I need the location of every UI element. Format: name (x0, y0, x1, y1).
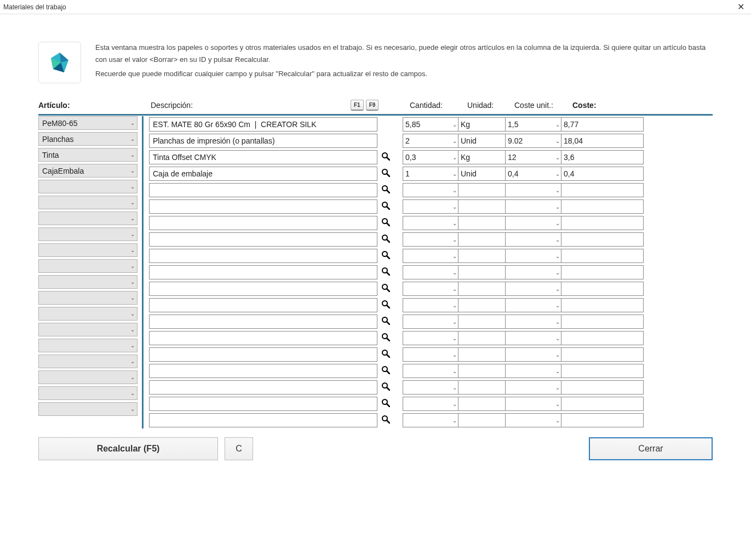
articulo-dropdown[interactable]: ⌄ (38, 275, 137, 289)
search-icon[interactable] (380, 382, 392, 393)
descripcion-input[interactable] (149, 167, 377, 181)
coste-unit-dropdown[interactable]: ⌄ (506, 232, 561, 247)
cantidad-dropdown[interactable]: ⌄ (403, 331, 458, 345)
search-icon[interactable] (380, 218, 392, 228)
unidad-input[interactable] (458, 298, 506, 312)
cantidad-dropdown[interactable]: ⌄ (403, 380, 458, 395)
coste-unit-dropdown[interactable]: ⌄ (506, 265, 561, 279)
descripcion-input[interactable] (149, 347, 377, 362)
articulo-dropdown[interactable]: ⌄ (38, 402, 137, 416)
descripcion-input[interactable] (149, 380, 377, 395)
cantidad-dropdown[interactable]: 0,3⌄ (403, 150, 458, 164)
cantidad-dropdown[interactable]: 2⌄ (403, 134, 458, 148)
f9-key[interactable]: F9 (366, 100, 379, 111)
articulo-dropdown[interactable]: ⌄ (38, 339, 137, 352)
cerrar-button[interactable]: Cerrar (589, 437, 713, 460)
articulo-dropdown[interactable]: Tinta⌄ (38, 148, 137, 162)
coste-input[interactable] (561, 265, 644, 279)
unidad-input[interactable] (458, 216, 506, 230)
coste-input[interactable] (561, 249, 644, 263)
articulo-dropdown[interactable]: ⌄ (38, 227, 137, 241)
search-icon[interactable] (380, 250, 392, 261)
coste-unit-dropdown[interactable]: ⌄ (506, 249, 561, 263)
coste-input[interactable] (561, 397, 644, 411)
coste-input[interactable] (561, 380, 644, 395)
search-icon[interactable] (380, 168, 392, 179)
descripcion-input[interactable] (149, 199, 377, 214)
unidad-input[interactable] (458, 282, 506, 296)
coste-unit-dropdown[interactable]: ⌄ (506, 347, 561, 362)
descripcion-input[interactable] (149, 282, 377, 296)
coste-input[interactable] (561, 282, 644, 296)
coste-unit-dropdown[interactable]: 12⌄ (506, 150, 561, 164)
coste-input[interactable] (561, 167, 644, 181)
coste-input[interactable] (561, 315, 644, 329)
coste-unit-dropdown[interactable]: ⌄ (506, 282, 561, 296)
cantidad-dropdown[interactable]: ⌄ (403, 183, 458, 197)
coste-input[interactable] (561, 216, 644, 230)
unidad-input[interactable] (458, 331, 506, 345)
f1-key[interactable]: F1 (351, 100, 364, 111)
articulo-dropdown[interactable]: ⌄ (38, 307, 137, 321)
articulo-dropdown[interactable]: ⌄ (38, 355, 137, 368)
coste-unit-dropdown[interactable]: 1,5⌄ (506, 117, 561, 132)
unidad-input[interactable] (458, 134, 506, 148)
coste-unit-dropdown[interactable]: ⌄ (506, 315, 561, 329)
articulo-dropdown[interactable]: ⌄ (38, 259, 137, 273)
coste-unit-dropdown[interactable]: 0,4⌄ (506, 167, 561, 181)
descripcion-input[interactable] (149, 364, 377, 378)
descripcion-input[interactable] (149, 232, 377, 247)
unidad-input[interactable] (458, 249, 506, 263)
coste-unit-dropdown[interactable]: ⌄ (506, 380, 561, 395)
articulo-dropdown[interactable]: CajaEmbala⌄ (38, 164, 137, 178)
close-icon[interactable]: ✕ (734, 2, 748, 12)
coste-unit-dropdown[interactable]: ⌄ (506, 364, 561, 378)
coste-input[interactable] (561, 364, 644, 378)
descripcion-input[interactable] (149, 249, 377, 263)
unidad-input[interactable] (458, 315, 506, 329)
search-icon[interactable] (380, 234, 392, 245)
cantidad-dropdown[interactable]: ⌄ (403, 315, 458, 329)
articulo-dropdown[interactable]: ⌄ (38, 386, 137, 400)
descripcion-input[interactable] (149, 183, 377, 197)
descripcion-input[interactable] (149, 298, 377, 312)
cantidad-dropdown[interactable]: ⌄ (403, 298, 458, 312)
coste-input[interactable] (561, 298, 644, 312)
unidad-input[interactable] (458, 397, 506, 411)
articulo-dropdown[interactable]: ⌄ (38, 212, 137, 225)
coste-input[interactable] (561, 117, 644, 132)
unidad-input[interactable] (458, 199, 506, 214)
search-icon[interactable] (380, 349, 392, 360)
descripcion-input[interactable] (149, 265, 377, 279)
descripcion-input[interactable] (149, 331, 377, 345)
unidad-input[interactable] (458, 380, 506, 395)
recalcular-button[interactable]: Recalcular (F5) (38, 437, 218, 460)
unidad-input[interactable] (458, 183, 506, 197)
coste-input[interactable] (561, 413, 644, 427)
coste-unit-dropdown[interactable]: ⌄ (506, 413, 561, 427)
articulo-dropdown[interactable]: ⌄ (38, 243, 137, 257)
search-icon[interactable] (380, 398, 392, 409)
coste-unit-dropdown[interactable]: ⌄ (506, 183, 561, 197)
coste-unit-dropdown[interactable]: ⌄ (506, 397, 561, 411)
descripcion-input[interactable] (149, 134, 377, 148)
descripcion-input[interactable] (149, 117, 377, 132)
unidad-input[interactable] (458, 413, 506, 427)
cantidad-dropdown[interactable]: 5,85⌄ (403, 117, 458, 132)
coste-input[interactable] (561, 199, 644, 214)
cantidad-dropdown[interactable]: ⌄ (403, 216, 458, 230)
cantidad-dropdown[interactable]: ⌄ (403, 265, 458, 279)
descripcion-input[interactable] (149, 315, 377, 329)
unidad-input[interactable] (458, 265, 506, 279)
search-icon[interactable] (380, 283, 392, 294)
unidad-input[interactable] (458, 347, 506, 362)
cantidad-dropdown[interactable]: ⌄ (403, 232, 458, 247)
coste-input[interactable] (561, 183, 644, 197)
unidad-input[interactable] (458, 232, 506, 247)
descripcion-input[interactable] (149, 413, 377, 427)
coste-unit-dropdown[interactable]: ⌄ (506, 199, 561, 214)
cantidad-dropdown[interactable]: ⌄ (403, 347, 458, 362)
articulo-dropdown[interactable]: Planchas⌄ (38, 132, 137, 146)
search-icon[interactable] (380, 152, 392, 163)
coste-input[interactable] (561, 347, 644, 362)
